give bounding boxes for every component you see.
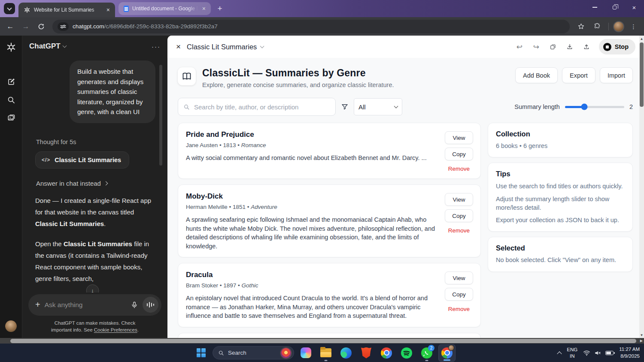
cookie-preferences-link[interactable]: Cookie Preferences (94, 327, 137, 332)
tab-title: Website for Lit Summaries (34, 7, 102, 13)
scrollbar-thumb[interactable] (10, 339, 636, 343)
tab-search-button[interactable] (4, 3, 15, 14)
library-icon[interactable] (7, 114, 15, 122)
search-icon (218, 350, 224, 356)
account-avatar[interactable] (5, 320, 17, 332)
tips-panel: Tips Use the search to find titles or au… (488, 163, 633, 232)
voice-mode-button[interactable] (143, 297, 158, 313)
view-button[interactable]: View (445, 272, 473, 284)
language-indicator[interactable]: ENGIN (567, 347, 577, 359)
book-summary: A witty social commentary and romantic n… (186, 154, 439, 163)
new-chat-icon[interactable] (7, 78, 15, 86)
add-book-button[interactable]: Add Book (515, 67, 558, 83)
canvas-file-chip[interactable]: </> Classic Lit Summaries (35, 151, 129, 169)
clock[interactable]: 11:27 AM8/9/2025 (619, 346, 640, 359)
mic-icon[interactable] (131, 301, 138, 309)
remove-button[interactable]: Remove (445, 166, 473, 172)
controls-row: Search by title, author, or description … (178, 98, 633, 116)
whatsapp-icon[interactable]: 2 (418, 344, 435, 362)
genre-select[interactable]: All (354, 98, 402, 115)
disclaimer-text: ChatGPT can make mistakes. Check importa… (22, 316, 167, 338)
redo-button[interactable]: ↪ (529, 40, 543, 54)
tab-close-icon[interactable]: × (106, 7, 111, 13)
slider-thumb[interactable] (581, 104, 588, 110)
volume-muted-icon[interactable] (594, 350, 601, 356)
close-button[interactable]: × (624, 0, 644, 15)
stop-button[interactable]: Stop (599, 39, 635, 54)
wifi-icon[interactable] (583, 350, 590, 356)
restore-icon (613, 6, 617, 9)
chat-composer[interactable]: + Ask anything (28, 294, 161, 316)
bookmark-star-button[interactable] (574, 20, 588, 33)
browser-menu-button[interactable]: ⋮ (627, 20, 641, 33)
thought-duration[interactable]: Thought for 5s (36, 139, 155, 145)
copy-button[interactable]: Copy (445, 148, 473, 160)
canvas-panel: × Classic Lit Summaries ↩ ↪ (167, 36, 644, 338)
remove-button[interactable]: Remove (445, 306, 473, 312)
start-button[interactable] (192, 344, 210, 362)
profile-avatar[interactable] (613, 21, 624, 32)
file-explorer-icon[interactable] (317, 344, 334, 362)
forward-button[interactable]: → (19, 20, 33, 33)
remove-button[interactable]: Remove (445, 227, 473, 234)
battery-icon[interactable] (605, 351, 614, 355)
copy-button[interactable] (546, 40, 560, 54)
chrome-icon[interactable] (378, 344, 395, 362)
reload-button[interactable] (34, 20, 48, 33)
back-button[interactable]: ← (3, 20, 17, 33)
collection-title: Collection (496, 130, 625, 138)
vertical-scrollbar[interactable]: ▲ ▼ (639, 36, 644, 338)
side-panels: Collection 6 books • 6 genres Tips Use t… (488, 123, 633, 272)
copy-button[interactable]: Copy (445, 209, 473, 222)
url-text: chatgpt.com/c/6896db6f-259c-8333-82ba-29… (73, 23, 218, 30)
brave-icon[interactable] (358, 344, 375, 362)
scroll-up-arrow[interactable]: ▲ (640, 36, 644, 42)
view-button[interactable]: View (445, 193, 473, 206)
conversation-menu-button[interactable]: ··· (152, 43, 161, 50)
horizontal-scrollbar[interactable]: ▶ (0, 338, 644, 344)
chatgpt-logo-icon[interactable] (6, 42, 17, 53)
scroll-right-arrow[interactable]: ▶ (640, 339, 643, 343)
scroll-to-bottom-button[interactable]: ↓ (86, 284, 99, 293)
canvas-close-icon[interactable]: × (176, 42, 181, 51)
tab-chatgpt[interactable]: Website for Lit Summaries × (18, 3, 115, 17)
tab-title: Untitled document - Google Do (132, 6, 198, 12)
canvas-doc-title[interactable]: Classic Lit Summaries (187, 43, 264, 51)
extensions-button[interactable] (590, 20, 604, 33)
view-button[interactable]: View (445, 131, 473, 144)
upload-icon (583, 43, 590, 50)
system-tray: ENGIN 11:27 AM8/9/2025 (558, 344, 640, 362)
site-info-icon[interactable] (58, 22, 69, 31)
chat-scrollbar[interactable] (159, 65, 162, 166)
scrollbar-thumb[interactable] (640, 42, 644, 107)
minimize-button[interactable] (585, 0, 605, 15)
summary-length-slider[interactable] (565, 106, 624, 108)
hidden-icons-chevron[interactable] (557, 351, 562, 356)
share-button[interactable] (580, 40, 593, 54)
new-tab-button[interactable]: + (214, 3, 225, 14)
restore-button[interactable] (605, 0, 624, 15)
attach-plus-icon[interactable]: + (35, 300, 40, 310)
taskbar-search[interactable]: Search (213, 346, 294, 359)
spotify-icon[interactable] (398, 344, 415, 362)
scroll-down-arrow[interactable]: ▼ (640, 332, 644, 338)
tab-close-icon[interactable]: × (201, 6, 207, 12)
chat-input[interactable]: Ask anything (45, 301, 126, 309)
undo-button[interactable]: ↩ (513, 40, 526, 54)
edge-icon[interactable] (337, 344, 355, 362)
summary-length-control: Summary length 2 (514, 103, 633, 110)
copy-button[interactable]: Copy (445, 288, 473, 301)
download-button[interactable] (563, 40, 577, 54)
copilot-icon[interactable] (297, 344, 314, 362)
book-search-input[interactable]: Search by title, author, or description (178, 98, 336, 116)
import-button[interactable]: Import (600, 67, 633, 83)
model-switcher[interactable]: ChatGPT (29, 42, 66, 51)
address-bar[interactable]: chatgpt.com/c/6896db6f-259c-8333-82ba-29… (52, 20, 570, 33)
chrome-active-icon[interactable] (438, 344, 456, 362)
tab-google-docs[interactable]: Untitled document - Google Do × (118, 2, 211, 15)
browser-viewport: ChatGPT ··· Build a website that generat… (0, 36, 644, 338)
answer-in-chat-link[interactable]: Answer in chat instead (36, 180, 155, 187)
classiclit-app: ClassicLit — Summaries by Genre Explore,… (167, 58, 644, 338)
search-icon[interactable] (7, 96, 15, 104)
export-button[interactable]: Export (562, 67, 595, 83)
